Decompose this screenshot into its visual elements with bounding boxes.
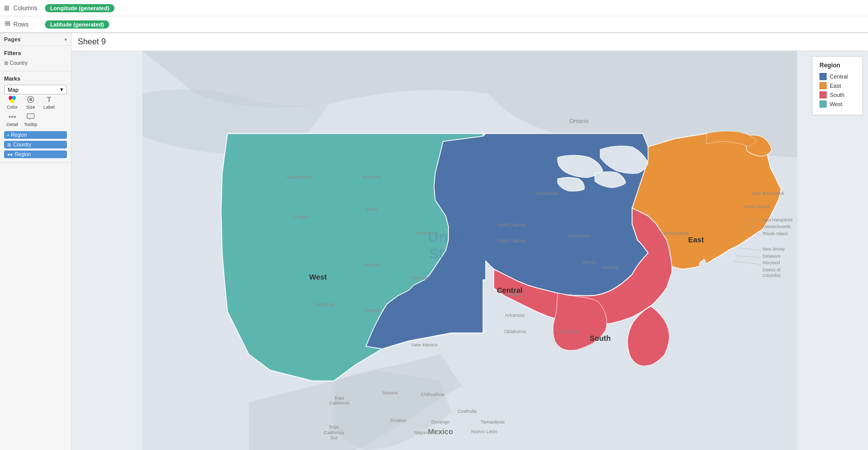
chihuahua-text: Chihuahua (421, 392, 444, 397)
rows-label: Rows (4, 21, 45, 28)
svg-point-10 (29, 98, 32, 101)
country-pill[interactable]: ⊞ Country (4, 141, 67, 148)
svg-rect-2 (8, 6, 9, 11)
tooltip-mark[interactable]: Tooltip (22, 112, 39, 127)
svg-rect-5 (5, 24, 10, 26)
colorado-text: Colorado (409, 276, 429, 281)
color-mark[interactable]: Color (4, 94, 20, 110)
left-panel: Pages ▾ Filters ⊞ Country Marks Map ▾ (0, 33, 71, 450)
color-icon (7, 94, 17, 105)
label-label: Label (43, 105, 55, 110)
sonora-text: Sonora (382, 390, 398, 395)
svg-rect-14 (27, 114, 34, 118)
sinaloa-text: Sinaloa (390, 418, 406, 423)
rows-row: Rows Latitude (generated) (0, 16, 868, 33)
washington-text: Washington (287, 174, 312, 180)
missouri-text: Missouri (506, 292, 524, 297)
marks-type-dropdown[interactable]: Map ▾ (4, 85, 67, 94)
east-label: East (830, 83, 841, 89)
pages-label: Pages (4, 36, 20, 42)
new-mexico-text: New Mexico (412, 342, 438, 347)
nova-scotia-text: Nova Scotia (744, 204, 770, 209)
nuevo-leon-text: Nuevo León (471, 429, 497, 434)
country-filter[interactable]: ⊞ Country (4, 59, 67, 67)
label-mark[interactable]: T Label (41, 94, 57, 110)
coahuila-text: Coahuila (457, 409, 477, 414)
baja-sur-text2: California (324, 430, 344, 435)
mississippi-text: Mississippi (557, 329, 580, 334)
country-pill-icon: ⊞ (7, 142, 11, 147)
svg-point-12 (11, 116, 13, 118)
columns-row: Columns Longitude (generated) (0, 0, 868, 16)
legend-title: Region (819, 62, 855, 69)
dc-text2: Columbia (762, 273, 781, 278)
durango-text: Durango (431, 419, 450, 424)
massachusetts-text: Massachusetts (762, 224, 791, 229)
svg-rect-0 (5, 6, 6, 11)
size-mark[interactable]: Size (22, 94, 39, 110)
color-label: Color (7, 105, 18, 110)
maryland-text: Maryland (762, 260, 780, 265)
columns-icon (4, 5, 11, 12)
size-icon (26, 94, 36, 105)
tamaulipas-text: Tamaulipas (480, 419, 505, 424)
content-area: Sheet 9 (71, 33, 868, 450)
sheet-title: Sheet 9 (71, 33, 868, 51)
tooltip-label: Tooltip (24, 122, 37, 127)
filters-label: Filters (4, 50, 67, 56)
illinois-text: Illinois (583, 260, 596, 265)
legend-south: South (819, 91, 855, 98)
east-color (819, 82, 827, 89)
top-bar: Columns Longitude (generated) Rows Latit… (0, 0, 868, 33)
oklahoma-text: Oklahoma (504, 329, 526, 334)
latitude-pill[interactable]: Latitude (generated) (45, 20, 109, 29)
pages-section: Pages ▾ (0, 33, 71, 46)
region-pill-1[interactable]: ▪ Region (4, 131, 67, 139)
map-container[interactable]: West Central East South United States On… (71, 51, 868, 450)
delaware-text: Delaware (762, 254, 781, 259)
arkansas-text: Arkansas (505, 313, 525, 318)
marks-type-chevron-icon: ▾ (60, 86, 63, 93)
label-icon: T (44, 94, 54, 105)
svg-rect-4 (5, 23, 10, 24)
longitude-pill[interactable]: Longitude (generated) (45, 4, 114, 12)
south-label: South (830, 92, 845, 98)
indiana-text: Indiana (603, 265, 619, 270)
new-hampshire-text: New Hampshire (762, 217, 793, 222)
ontario-text: Ontario (569, 118, 589, 124)
mark-pills: ▪ Region ⊞ Country ●● Region (4, 131, 67, 158)
central-label: Central (830, 73, 848, 80)
rows-icon (4, 21, 11, 28)
svg-point-13 (14, 116, 16, 118)
region-pill-2-label: Region (15, 152, 31, 157)
svg-marker-15 (29, 118, 30, 120)
dc-text: District of (762, 267, 780, 272)
region-pill-2[interactable]: ●● Region (4, 151, 67, 158)
marks-icons-row: Color Size T Label (4, 94, 67, 127)
detail-label: Detail (6, 122, 18, 127)
marks-type-label: Map (8, 87, 18, 93)
california-text: California (315, 302, 335, 307)
south-color (819, 91, 827, 98)
montana-text: Montana (362, 174, 381, 180)
map-svg: West Central East South United States On… (71, 51, 868, 450)
legend-east: East (819, 82, 855, 89)
filters-section: Filters ⊞ Country (0, 46, 71, 71)
legend: Region Central East South West (812, 56, 863, 115)
south-dakota-text: South Dakota (497, 238, 526, 243)
main-area: Pages ▾ Filters ⊞ Country Marks Map ▾ (0, 33, 868, 450)
wisconsin-text: Wisconsin (568, 233, 590, 238)
central-color (819, 73, 827, 80)
west-label: West (830, 101, 842, 107)
legend-west: West (819, 101, 855, 108)
pages-chevron-icon: ▾ (64, 37, 67, 42)
nevada-text: Nevada (363, 262, 380, 267)
svg-rect-3 (5, 21, 10, 22)
filter-icon: ⊞ (4, 60, 8, 66)
svg-rect-1 (6, 6, 7, 11)
new-jersey-text: New Jersey (762, 246, 785, 252)
detail-mark[interactable]: Detail (4, 112, 20, 127)
columns-label: Columns (4, 5, 45, 12)
legend-central: Central (819, 73, 855, 80)
baja-sur-text3: Sur (330, 435, 338, 440)
